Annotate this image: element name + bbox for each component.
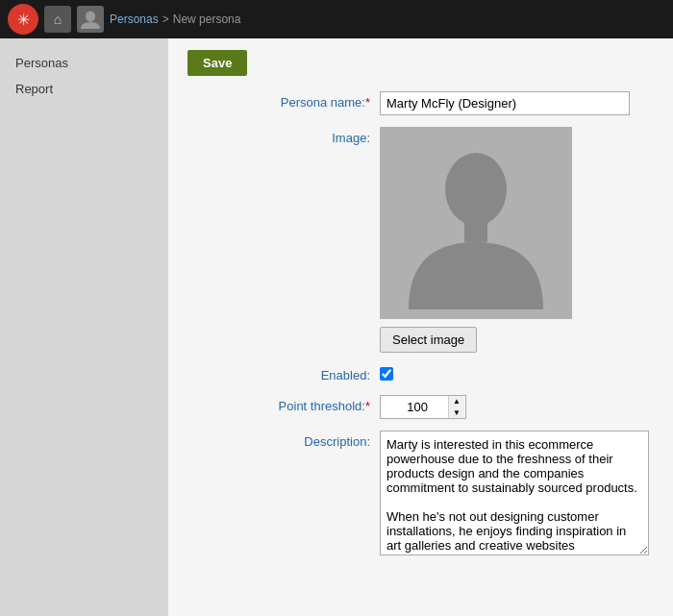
breadcrumb-personas-link[interactable]: Personas [110,12,159,26]
enabled-wrap [380,364,654,383]
content-area: Save Persona name:* Image: [168,38,673,616]
form: Persona name:* Image: [187,91,654,558]
persona-name-row: Persona name:* [187,91,654,115]
description-row: Description: Marty is interested in this… [187,431,654,558]
save-button[interactable]: Save [187,50,247,76]
main-layout: Personas Report Save Persona name:* [0,38,673,616]
app-logo[interactable]: ✳ [8,4,38,35]
image-wrap: Select image [380,127,654,353]
image-label: Image: [187,127,380,145]
user-icon [79,8,102,31]
topbar: ✳ ⌂ Personas > New persona [0,0,673,38]
point-threshold-label: Point threshold:* [187,395,380,413]
description-wrap: Marty is interested in this ecommerce po… [380,431,654,558]
enabled-checkbox[interactable] [380,367,393,381]
enabled-row: Enabled: [187,364,654,383]
persona-name-wrap [380,91,654,115]
point-threshold-wrap: ▲ ▼ [380,395,654,419]
home-button[interactable]: ⌂ [44,6,71,33]
persona-name-input[interactable] [380,91,630,115]
avatar-container [380,127,572,319]
image-row: Image: Select image [187,127,654,353]
svg-point-1 [445,153,507,226]
description-label: Description: [187,431,380,449]
point-threshold-input[interactable] [381,396,448,418]
number-spinners: ▲ ▼ [448,396,464,418]
persona-name-label: Persona name:* [187,91,380,110]
svg-rect-2 [464,221,487,242]
point-threshold-row: Point threshold:* ▲ ▼ [187,395,654,419]
user-avatar-button[interactable] [77,6,104,33]
spinner-down-button[interactable]: ▼ [449,407,464,419]
sidebar-item-report[interactable]: Report [0,76,168,102]
avatar-silhouette [399,136,553,309]
home-icon: ⌂ [54,12,62,27]
enabled-label: Enabled: [187,364,380,382]
sidebar: Personas Report [0,38,168,616]
spinner-up-button[interactable]: ▲ [449,396,464,407]
description-textarea[interactable]: Marty is interested in this ecommerce po… [380,431,649,555]
breadcrumb: Personas > New persona [110,12,240,26]
select-image-button[interactable]: Select image [380,327,477,353]
svg-point-0 [86,12,95,22]
number-input-wrap: ▲ ▼ [380,395,466,419]
sidebar-item-personas[interactable]: Personas [0,50,168,76]
